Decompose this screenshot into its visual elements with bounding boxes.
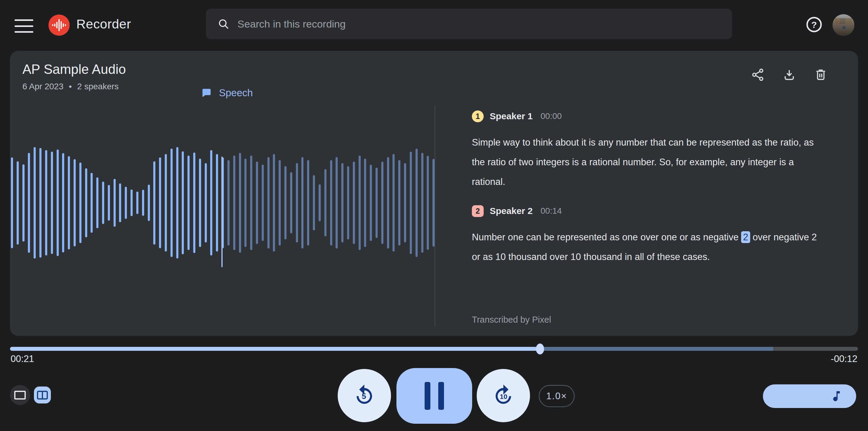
transcript-text[interactable]: Number one can be represented as one ove… — [472, 227, 825, 267]
speaker-row: 1 Speaker 1 00:00 — [472, 110, 829, 122]
top-app-bar: Recorder Search in this recording ? — [0, 0, 868, 51]
chat-bubble-icon — [201, 87, 212, 99]
svg-text:10: 10 — [500, 393, 507, 400]
elapsed-time: 00:21 — [10, 354, 34, 364]
account-avatar[interactable] — [833, 14, 855, 36]
app-title: Recorder — [76, 16, 131, 31]
replay-5-button[interactable]: 5 — [338, 369, 391, 422]
svg-text:5: 5 — [362, 392, 366, 400]
pause-icon — [425, 382, 430, 410]
waveform[interactable] — [11, 145, 435, 260]
playback-speed-button[interactable]: 1.0× — [539, 385, 575, 407]
transcript-text[interactable]: Simple way to think about it is any numb… — [472, 133, 825, 192]
recording-meta: 6 Apr 2023 • 2 speakers — [23, 82, 119, 91]
search-input[interactable]: Search in this recording — [206, 9, 732, 39]
pane-divider — [435, 105, 435, 327]
svg-text:?: ? — [811, 20, 817, 30]
speech-tag-label: Speech — [219, 87, 253, 99]
sound-toggle[interactable] — [763, 385, 856, 408]
search-icon — [217, 18, 229, 30]
single-pane-icon — [14, 391, 26, 400]
transcribed-by-label: Transcribed by Pixel — [472, 315, 551, 325]
speaker-row: 2 Speaker 2 00:14 — [472, 205, 829, 217]
speaker-1-badge: 1 — [472, 110, 484, 122]
menu-icon[interactable] — [14, 20, 33, 33]
card-actions — [751, 68, 828, 82]
replay-5-icon: 5 — [351, 383, 377, 408]
split-view-button[interactable] — [34, 387, 51, 403]
segment-timestamp[interactable]: 00:00 — [540, 111, 562, 121]
forward-10-button[interactable]: 10 — [477, 369, 530, 422]
recorder-logo-icon — [49, 14, 70, 36]
progress-buffer — [540, 347, 773, 351]
recording-title: AP Sample Audio — [23, 62, 126, 77]
segment-timestamp[interactable]: 00:14 — [540, 206, 562, 216]
remaining-time: -00:12 — [831, 354, 858, 364]
speech-section-tag[interactable]: Speech — [201, 87, 253, 99]
pause-button[interactable] — [397, 368, 472, 424]
single-pane-view-button[interactable] — [10, 385, 30, 405]
speaker-name: Speaker 1 — [490, 111, 533, 121]
playhead-line[interactable] — [221, 157, 223, 267]
help-icon[interactable]: ? — [805, 15, 823, 34]
recording-card: AP Sample Audio 6 Apr 2023 • 2 speakers … — [10, 51, 858, 336]
progress-played — [10, 347, 540, 351]
download-icon[interactable] — [782, 68, 796, 82]
speaker-2-badge: 2 — [472, 205, 484, 217]
split-view-icon — [37, 391, 48, 400]
transcript-panel: 1 Speaker 1 00:00 Simple way to think ab… — [472, 110, 829, 280]
current-word-highlight: 2 — [741, 231, 750, 243]
delete-icon[interactable] — [814, 68, 828, 82]
progress-thumb[interactable] — [536, 343, 544, 355]
progress-bar[interactable] — [10, 347, 858, 351]
share-icon[interactable] — [751, 68, 765, 82]
search-placeholder: Search in this recording — [238, 18, 346, 30]
speaker-name: Speaker 2 — [490, 206, 533, 216]
forward-10-icon: 10 — [490, 383, 516, 408]
music-note-icon — [830, 390, 843, 403]
